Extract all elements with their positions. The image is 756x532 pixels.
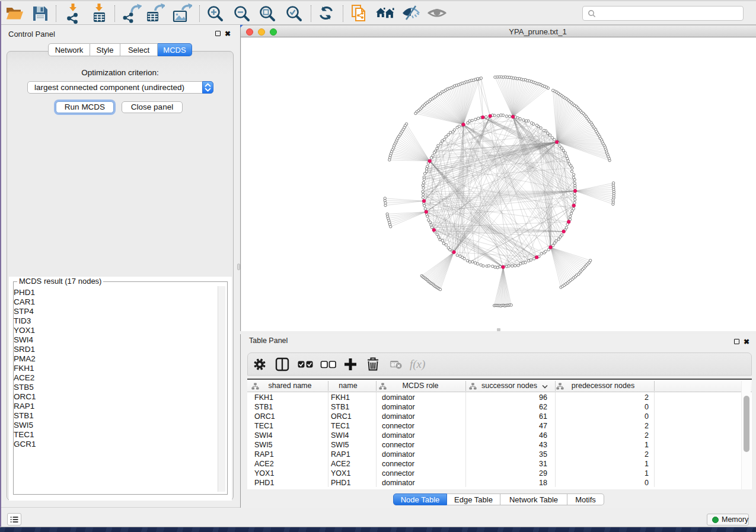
svg-text:f(x): f(x) [410,358,425,371]
